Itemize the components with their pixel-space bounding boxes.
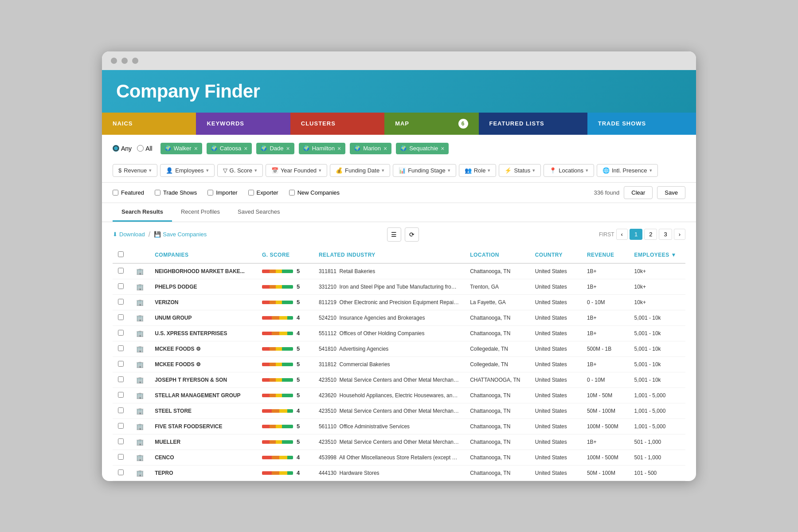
filter-role[interactable]: 👥 Role ▾ — [459, 164, 497, 177]
download-link[interactable]: ⬇ Download — [113, 231, 145, 238]
trade-shows-input[interactable] — [155, 190, 160, 196]
filter-revenue[interactable]: $ Revenue ▾ — [113, 164, 157, 177]
row-select[interactable] — [118, 423, 124, 429]
row-company-name[interactable]: CENCO — [149, 450, 257, 465]
first-page-btn[interactable]: FIRST — [599, 231, 614, 238]
tab-trade-shows[interactable]: TRADE SHOWS — [587, 113, 696, 135]
radio-any[interactable]: Any — [113, 145, 132, 152]
prev-page-btn[interactable]: ‹ — [616, 229, 628, 240]
row-select[interactable] — [118, 345, 124, 351]
radio-any-label: Any — [121, 145, 132, 152]
col-revenue-header[interactable]: REVENUE — [582, 247, 629, 263]
tab-keywords[interactable]: KEYWORDS — [196, 113, 290, 135]
page-btn-2[interactable]: 2 — [644, 229, 657, 240]
row-select[interactable] — [118, 469, 124, 475]
col-country-header[interactable]: COUNTRY — [530, 247, 582, 263]
row-select[interactable] — [118, 438, 124, 444]
row-select[interactable] — [118, 283, 124, 289]
col-employees-header[interactable]: EMPLOYEES ▼ — [629, 247, 685, 263]
chip-walker[interactable]: 🌍 Walker × — [160, 143, 202, 154]
tab-map[interactable]: MAP 6 — [384, 113, 478, 135]
row-company-name[interactable]: U.S. XPRESS ENTERPRISES — [149, 325, 257, 341]
search-tab-results[interactable]: Search Results — [113, 203, 172, 222]
row-checkbox — [113, 356, 130, 372]
checkbox-trade-shows[interactable]: Trade Shows — [155, 189, 197, 196]
row-company-name[interactable]: STELLAR MANAGEMENT GROUP — [149, 387, 257, 403]
chip-hamilton[interactable]: 🌍 Hamilton × — [299, 143, 345, 154]
tab-clusters[interactable]: CLUSTERS — [290, 113, 384, 135]
filter-gscore[interactable]: ▽ G. Score ▾ — [217, 164, 263, 177]
chip-sequatchie-close[interactable]: × — [441, 145, 444, 152]
chip-walker-close[interactable]: × — [194, 145, 198, 152]
featured-input[interactable] — [113, 190, 118, 196]
row-company-name[interactable]: PHELPS DODGE — [149, 279, 257, 294]
col-location-header[interactable]: LOCATION — [465, 247, 529, 263]
row-select[interactable] — [118, 299, 124, 305]
row-select[interactable] — [118, 314, 124, 320]
browser-dot-maximize[interactable] — [132, 58, 138, 64]
radio-all-input[interactable] — [137, 145, 144, 152]
row-select[interactable] — [118, 407, 124, 413]
page-btn-1[interactable]: 1 — [630, 229, 642, 240]
row-company-name[interactable]: TEPRO — [149, 465, 257, 481]
select-all-checkbox[interactable] — [118, 251, 124, 257]
row-company-name[interactable]: MCKEE FOODS ⚙ — [149, 341, 257, 356]
filter-status[interactable]: ⚡ Status ▾ — [499, 164, 541, 177]
row-select[interactable] — [118, 330, 124, 336]
row-company-name[interactable]: NEIGHBORHOOD MARKET BAKE... — [149, 263, 257, 279]
row-company-name[interactable]: FIVE STAR FOODSERVICE — [149, 419, 257, 434]
row-company-name[interactable]: JOSEPH T RYERSON & SON — [149, 372, 257, 387]
list-view-btn[interactable]: ☰ — [387, 227, 401, 242]
checkbox-exporter[interactable]: Exporter — [248, 189, 278, 196]
browser-dot-minimize[interactable] — [121, 58, 128, 64]
trade-shows-label: Trade Shows — [163, 189, 197, 196]
chip-hamilton-close[interactable]: × — [337, 145, 341, 152]
row-company-name[interactable]: VERIZON — [149, 294, 257, 310]
col-companies-header[interactable]: COMPANIES — [149, 247, 257, 263]
row-select[interactable] — [118, 376, 124, 382]
checkbox-importer[interactable]: Importer — [207, 189, 237, 196]
filter-funding-stage[interactable]: 📊 Funding Stage ▾ — [393, 164, 456, 177]
row-company-name[interactable]: STEEL STORE — [149, 403, 257, 419]
filter-employees[interactable]: 👤 Employees ▾ — [160, 164, 214, 177]
importer-input[interactable] — [207, 190, 213, 196]
revenue-icon: $ — [118, 167, 121, 174]
next-page-btn[interactable]: › — [674, 229, 685, 240]
tab-naics[interactable]: NAICS — [102, 113, 196, 135]
chip-marion[interactable]: 🌍 Marion × — [350, 143, 391, 154]
row-select[interactable] — [118, 392, 124, 398]
search-tab-recent[interactable]: Recent Profiles — [172, 203, 229, 222]
chip-dade-close[interactable]: × — [286, 145, 290, 152]
checkbox-new-companies[interactable]: New Companies — [289, 189, 340, 196]
chip-catoosa-close[interactable]: × — [244, 145, 247, 152]
new-companies-input[interactable] — [289, 190, 295, 196]
chip-catoosa[interactable]: 🌍 Catoosa × — [207, 143, 252, 154]
row-company-name[interactable]: UNUM GROUP — [149, 310, 257, 325]
browser-dot-close[interactable] — [111, 58, 117, 64]
row-select[interactable] — [118, 361, 124, 367]
radio-all[interactable]: All — [137, 145, 153, 152]
save-button[interactable]: Save — [657, 186, 685, 199]
checkbox-featured[interactable]: Featured — [113, 189, 144, 196]
save-companies-link[interactable]: 💾 Save Companies — [154, 231, 207, 238]
row-company-name[interactable]: MUELLER — [149, 434, 257, 450]
filter-year-founded[interactable]: 📅 Year Founded ▾ — [266, 164, 327, 177]
clear-button[interactable]: Clear — [624, 186, 653, 199]
row-select[interactable] — [118, 268, 124, 274]
row-select[interactable] — [118, 454, 124, 460]
radio-any-input[interactable] — [113, 145, 119, 152]
chip-marion-close[interactable]: × — [383, 145, 387, 152]
tab-featured-lists[interactable]: FEATURED LISTS — [479, 113, 587, 135]
grid-view-btn[interactable]: ⟳ — [405, 227, 419, 242]
row-company-name[interactable]: MCKEE FOODS ⚙ — [149, 356, 257, 372]
page-btn-3[interactable]: 3 — [659, 229, 672, 240]
filter-locations[interactable]: 📍 Locations ▾ — [544, 164, 594, 177]
chip-dade[interactable]: 🌍 Dade × — [256, 143, 294, 154]
exporter-input[interactable] — [248, 190, 254, 196]
col-gscore-header[interactable]: G. SCORE — [257, 247, 313, 263]
filter-funding-date[interactable]: 💰 Funding Date ▾ — [330, 164, 390, 177]
filter-intl-presence[interactable]: 🌐 Intl. Presence ▾ — [597, 164, 658, 177]
search-tab-saved[interactable]: Saved Searches — [229, 203, 289, 222]
col-industry-header[interactable]: RELATED INDUSTRY — [313, 247, 465, 263]
chip-sequatchie[interactable]: 🌍 Sequatchie × — [396, 143, 449, 154]
